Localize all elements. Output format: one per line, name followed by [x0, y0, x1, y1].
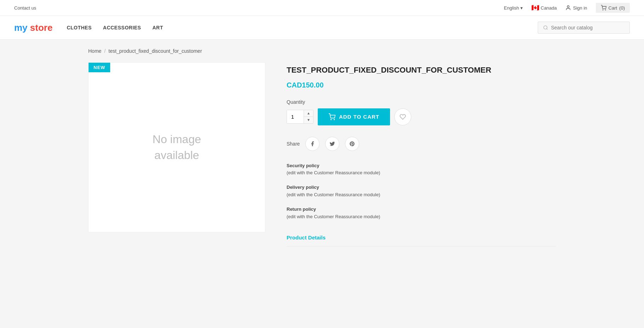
logo-store: store [28, 22, 53, 33]
quantity-up-button[interactable]: ▲ [304, 110, 313, 117]
country-label: Canada [541, 5, 557, 11]
quantity-input-wrap: ▲ ▼ [287, 110, 313, 124]
security-policy-desc: (edit with the Customer Reassurance modu… [287, 170, 380, 175]
user-icon [565, 5, 571, 11]
pinterest-icon [349, 141, 355, 147]
nav-clothes[interactable]: CLOTHES [67, 25, 91, 30]
add-to-cart-button[interactable]: ADD TO CART [318, 108, 390, 125]
cart-btn-icon [328, 113, 335, 120]
delivery-policy-desc: (edit with the Customer Reassurance modu… [287, 192, 380, 197]
main-content: Home / test_product_fixed_discount_for_c… [74, 40, 570, 255]
quantity-down-button[interactable]: ▼ [304, 117, 313, 123]
quantity-label: Quantity [287, 99, 556, 105]
facebook-share-button[interactable] [305, 137, 320, 151]
svg-point-2 [605, 10, 605, 10]
language-selector[interactable]: English ▾ [504, 5, 523, 11]
policies-section: Security policy (edit with the Customer … [287, 162, 556, 221]
product-image-container: NEW No image available [88, 62, 265, 232]
heart-icon [400, 114, 406, 120]
svg-point-0 [567, 6, 569, 7]
main-nav: CLOTHES ACCESSORIES ART [67, 25, 524, 30]
cart-count: (0) [619, 5, 625, 11]
country-selector[interactable]: 🇨🇦 Canada [531, 4, 557, 12]
logo-my: my [14, 22, 28, 33]
breadcrumb-current: test_product_fixed_discount_for_customer [108, 48, 202, 54]
product-details-divider [287, 246, 556, 247]
delivery-policy: Delivery policy (edit with the Customer … [287, 184, 556, 199]
delivery-policy-title: Delivery policy [287, 185, 319, 190]
product-layout: NEW No image available TEST_PRODUCT_FIXE… [88, 62, 556, 247]
sign-in-label: Sign in [573, 5, 587, 11]
quantity-input[interactable] [287, 110, 304, 123]
wishlist-button[interactable] [394, 108, 411, 125]
quantity-controls: ▲ ▼ ADD TO CART [287, 108, 556, 125]
breadcrumb-home[interactable]: Home [88, 48, 101, 54]
cart-link[interactable]: Cart (0) [596, 3, 630, 13]
facebook-icon [310, 141, 315, 147]
flag-icon: 🇨🇦 [531, 4, 539, 12]
security-policy: Security policy (edit with the Customer … [287, 162, 556, 177]
nav-accessories[interactable]: ACCESSORIES [103, 25, 141, 30]
share-section: Share [287, 137, 556, 151]
svg-point-5 [331, 119, 332, 120]
quantity-arrows: ▲ ▼ [304, 110, 313, 123]
twitter-icon [329, 141, 335, 147]
svg-line-4 [547, 29, 548, 30]
contact-us-link[interactable]: Contact us [14, 5, 36, 11]
product-title: TEST_PRODUCT_FIXED_DISCOUNT_FOR_CUSTOMER [287, 65, 556, 75]
logo[interactable]: my store [14, 22, 52, 33]
search-icon [543, 25, 548, 30]
search-input[interactable] [551, 25, 625, 30]
new-badge: NEW [89, 63, 110, 72]
search-box[interactable] [538, 22, 630, 34]
security-policy-title: Security policy [287, 163, 319, 168]
product-price: CAD150.00 [287, 81, 556, 89]
add-to-cart-label: ADD TO CART [339, 114, 379, 120]
return-policy-title: Return policy [287, 207, 316, 212]
top-bar: Contact us English ▾ 🇨🇦 Canada Sign in C… [0, 0, 644, 16]
pinterest-share-button[interactable] [345, 137, 359, 151]
breadcrumb-separator: / [104, 48, 106, 54]
no-image-placeholder: No image available [153, 131, 201, 163]
header: my store CLOTHES ACCESSORIES ART [0, 16, 644, 40]
return-policy: Return policy (edit with the Customer Re… [287, 206, 556, 221]
language-arrow: ▾ [520, 5, 523, 11]
cart-icon [601, 5, 606, 11]
product-info: TEST_PRODUCT_FIXED_DISCOUNT_FOR_CUSTOMER… [287, 62, 556, 247]
language-label: English [504, 5, 519, 11]
return-policy-desc: (edit with the Customer Reassurance modu… [287, 214, 380, 219]
product-details-link[interactable]: Product Details [287, 234, 326, 241]
svg-point-1 [603, 10, 603, 10]
share-label: Share [287, 141, 300, 147]
svg-point-6 [334, 119, 335, 120]
twitter-share-button[interactable] [325, 137, 339, 151]
sign-in-link[interactable]: Sign in [565, 5, 587, 11]
breadcrumb: Home / test_product_fixed_discount_for_c… [88, 48, 556, 54]
cart-label: Cart [609, 5, 617, 11]
svg-point-3 [544, 26, 547, 29]
nav-art[interactable]: ART [152, 25, 163, 30]
quantity-section: Quantity ▲ ▼ ADD TO CAR [287, 99, 556, 125]
top-bar-right: English ▾ 🇨🇦 Canada Sign in Cart (0) [504, 3, 630, 13]
